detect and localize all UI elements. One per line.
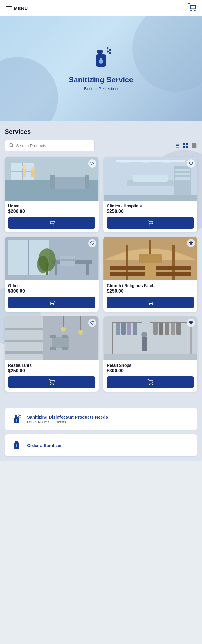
product-card-church: Church / Religious Facil... $250.00 [103, 237, 197, 312]
svg-rect-85 [62, 347, 68, 350]
svg-rect-42 [133, 175, 168, 182]
svg-rect-32 [31, 170, 35, 177]
svg-rect-83 [62, 335, 68, 338]
svg-rect-104 [171, 323, 175, 335]
svg-point-5 [107, 51, 109, 53]
svg-rect-27 [52, 177, 86, 189]
product-card-office: Office $300.00 [5, 237, 99, 312]
svg-rect-113 [15, 415, 17, 416]
banner-disinfectant-subtitle: Let Us Know Your Needs [27, 420, 108, 424]
hero-subtitle: Built to Perfection [84, 86, 118, 91]
menu-label: MENU [14, 6, 28, 11]
svg-rect-84 [50, 347, 56, 350]
svg-rect-72 [145, 260, 156, 280]
add-to-cart-home[interactable] [8, 217, 95, 229]
svg-rect-69 [110, 272, 145, 276]
svg-rect-82 [50, 335, 56, 338]
svg-rect-39 [142, 162, 150, 163]
svg-point-1 [194, 10, 195, 11]
wishlist-button-clinics[interactable] [187, 159, 195, 168]
svg-rect-30 [23, 169, 26, 177]
svg-point-116 [19, 415, 21, 416]
product-name-retail: Retail Shops [107, 363, 194, 368]
svg-point-59 [37, 256, 49, 273]
product-info-church: Church / Religious Facil... $250.00 [103, 280, 197, 312]
svg-point-75 [152, 305, 153, 305]
wishlist-button-retail[interactable] [187, 319, 195, 327]
sanitizer-icon [11, 439, 22, 452]
search-bar-row [5, 140, 197, 151]
wishlist-button-restaurants[interactable] [88, 319, 96, 327]
svg-point-74 [149, 305, 150, 305]
product-image-clinics [103, 157, 197, 201]
add-to-cart-office[interactable] [8, 297, 95, 308]
product-name-home: Home [8, 204, 95, 208]
svg-rect-96 [121, 323, 126, 335]
svg-rect-95 [116, 323, 120, 335]
svg-rect-81 [52, 337, 69, 348]
wishlist-button-home[interactable] [88, 159, 96, 168]
product-image-restaurants [5, 316, 99, 360]
menu-button[interactable]: MENU [6, 6, 28, 11]
add-to-cart-church[interactable] [107, 297, 194, 308]
card-view-button[interactable] [191, 143, 197, 149]
search-icon [9, 143, 14, 149]
svg-point-49 [152, 225, 153, 225]
svg-rect-4 [97, 50, 103, 53]
svg-rect-40 [162, 162, 171, 163]
hero-title: Sanitizing Service [69, 75, 134, 84]
svg-point-0 [191, 10, 191, 11]
hamburger-icon [6, 6, 12, 10]
svg-point-108 [141, 332, 147, 337]
search-input[interactable] [16, 143, 90, 148]
add-to-cart-clinics[interactable] [107, 217, 194, 229]
bottom-banners: Sanitizing Disinfectant Products Needs L… [0, 403, 202, 461]
add-to-cart-restaurants[interactable] [8, 376, 95, 388]
product-card-restaurants: Restaurants $250.00 [5, 316, 99, 392]
svg-point-63 [53, 305, 54, 305]
svg-point-6 [109, 52, 111, 54]
section-title: Services [5, 128, 197, 136]
product-card-clinics: Clinics / Hospitals $250.00 [103, 157, 197, 232]
svg-rect-38 [121, 162, 130, 163]
svg-rect-103 [165, 323, 169, 335]
svg-rect-55 [55, 264, 57, 275]
list-view-button[interactable] [174, 143, 180, 149]
product-info-office: Office $300.00 [5, 280, 99, 312]
svg-point-31 [22, 165, 27, 170]
banner-disinfectant[interactable]: Sanitizing Disinfectant Products Needs L… [5, 408, 197, 430]
svg-point-110 [152, 384, 153, 385]
svg-point-8 [107, 47, 109, 49]
services-section: Services [0, 121, 202, 403]
banner-disinfectant-title: Sanitizing Disinfectant Products Needs [27, 414, 108, 419]
svg-rect-105 [176, 323, 181, 335]
grid-view-button[interactable] [182, 143, 189, 149]
svg-rect-21 [192, 143, 197, 148]
svg-point-117 [19, 414, 19, 415]
svg-rect-73 [139, 254, 162, 263]
disinfectant-icon [11, 413, 22, 426]
wishlist-button-church[interactable] [187, 239, 195, 247]
add-to-cart-retail[interactable] [107, 376, 194, 388]
svg-rect-37 [116, 160, 185, 162]
wishlist-button-office[interactable] [88, 239, 96, 247]
svg-rect-71 [156, 272, 191, 276]
svg-rect-60 [60, 256, 75, 266]
svg-rect-98 [133, 323, 137, 335]
view-toggle [174, 143, 197, 149]
svg-point-87 [61, 327, 66, 332]
svg-rect-61 [59, 259, 76, 261]
banner-disinfectant-text: Sanitizing Disinfectant Products Needs L… [27, 414, 108, 424]
cart-button[interactable] [188, 3, 196, 13]
product-price-church: $250.00 [107, 289, 194, 294]
svg-rect-47 [104, 195, 197, 201]
svg-point-115 [19, 417, 21, 418]
svg-rect-44 [175, 169, 190, 171]
product-price-office: $300.00 [8, 289, 95, 294]
product-info-home: Home $200.00 [5, 201, 99, 232]
svg-rect-78 [5, 328, 43, 330]
svg-point-109 [149, 384, 150, 385]
banner-sanitizer[interactable]: Order a Sanitizer [5, 434, 197, 457]
product-name-clinics: Clinics / Hospitals [107, 204, 194, 208]
svg-rect-97 [127, 323, 131, 335]
